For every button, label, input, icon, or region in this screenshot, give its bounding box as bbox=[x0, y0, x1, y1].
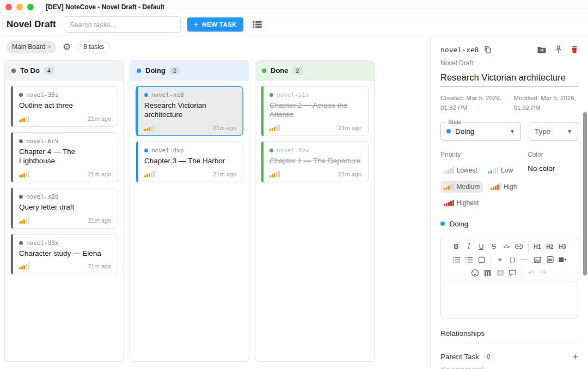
column-body: novel-xe8Research Victorian architecture… bbox=[130, 81, 249, 361]
card-id: novel-6c9 bbox=[26, 138, 59, 145]
priority-button-lowest[interactable]: Lowest bbox=[440, 164, 481, 176]
task-card[interactable]: novel-4vwChapter 1 — The Departure21m ag… bbox=[261, 142, 369, 182]
link-icon[interactable] bbox=[513, 241, 525, 253]
task-card[interactable]: novel-xe8Research Victorian architecture… bbox=[136, 86, 243, 136]
copy-id-button[interactable] bbox=[483, 45, 492, 54]
board-settings-button[interactable]: ⚙ bbox=[63, 42, 71, 52]
description-editor-content[interactable] bbox=[441, 282, 578, 318]
pdf-icon[interactable]: PDF bbox=[544, 254, 556, 266]
main-content: Main Board ▾ ⚙ 8 tasks To Do4novel-35sOu… bbox=[0, 35, 588, 369]
task-count-badge: 8 tasks bbox=[77, 41, 110, 53]
quote-icon[interactable]: ” bbox=[494, 254, 506, 266]
code-icon[interactable]: <> bbox=[500, 241, 513, 253]
priority-label: Priority bbox=[440, 151, 528, 158]
strikethrough-icon[interactable]: S bbox=[488, 241, 500, 253]
card-id: novel-s2q bbox=[26, 193, 59, 200]
task-list-icon[interactable] bbox=[475, 254, 488, 266]
type-select-value: Type bbox=[535, 127, 550, 136]
h1-button[interactable]: H1 bbox=[531, 241, 544, 253]
priority-button-low[interactable]: Low bbox=[485, 164, 517, 176]
close-button[interactable] bbox=[5, 4, 12, 10]
emoji-icon[interactable] bbox=[469, 267, 481, 279]
column-body: novel-35sOutline act three21m agonovel-6… bbox=[5, 81, 124, 361]
card-title: Outline act three bbox=[19, 101, 111, 110]
column-count-badge: 4 bbox=[44, 67, 54, 75]
priority-signal-icon bbox=[19, 263, 29, 269]
app-header: Novel Draft + NEW TASK bbox=[0, 14, 588, 35]
priority-button-medium[interactable]: Medium bbox=[440, 181, 483, 193]
video-icon[interactable] bbox=[556, 254, 569, 266]
column-header: Doing2 bbox=[130, 61, 249, 81]
card-title: Chapter 4 — The Lighthouse bbox=[19, 147, 111, 166]
gear-icon: ⚙ bbox=[63, 42, 71, 52]
card-id: novel-4vw bbox=[277, 147, 309, 154]
priority-signal-icon bbox=[270, 125, 280, 131]
delete-task-button[interactable] bbox=[571, 45, 578, 54]
state-select-label: State bbox=[446, 119, 464, 125]
card-footer: 21m ago bbox=[19, 171, 111, 177]
task-title-input[interactable]: Research Victorian architecture bbox=[440, 72, 578, 87]
priority-signal-icon bbox=[444, 167, 454, 174]
color-value[interactable]: No color bbox=[528, 164, 578, 173]
card-timestamp: 21m ago bbox=[88, 171, 111, 177]
priority-signal-icon bbox=[444, 200, 454, 206]
zoom-button[interactable] bbox=[27, 4, 34, 10]
editor-toolbar: BIUS<>H1H2H3”{ }—PDF↶↷ bbox=[441, 237, 578, 282]
priority-button-label: Lowest bbox=[457, 167, 477, 174]
move-task-button[interactable] bbox=[537, 46, 547, 54]
toolbar-divider bbox=[491, 255, 491, 265]
board-selector[interactable]: Main Board ▾ bbox=[7, 41, 56, 53]
toolbar-divider bbox=[528, 242, 529, 251]
comment-icon[interactable] bbox=[506, 267, 519, 279]
type-select[interactable]: Type ▼ bbox=[529, 122, 578, 141]
state-dot bbox=[446, 129, 451, 133]
new-task-button[interactable]: + NEW TASK bbox=[187, 17, 243, 32]
image-icon[interactable] bbox=[531, 254, 544, 266]
column-header: Done2 bbox=[255, 61, 374, 81]
underline-icon[interactable]: U bbox=[475, 241, 488, 253]
h2-button[interactable]: H2 bbox=[544, 241, 556, 253]
bullet-list-icon[interactable] bbox=[450, 254, 463, 266]
board-selector-label: Main Board bbox=[12, 43, 45, 51]
minimize-button[interactable] bbox=[16, 4, 23, 10]
task-card[interactable]: novel-6c9Chapter 4 — The Lighthouse21m a… bbox=[10, 132, 118, 182]
state-select[interactable]: State Doing ▼ bbox=[440, 122, 521, 141]
add-parent-task-button[interactable]: + bbox=[572, 352, 578, 362]
card-title: Character study — Elena bbox=[19, 249, 111, 259]
ordered-list-icon[interactable] bbox=[463, 254, 475, 266]
toolbar-divider bbox=[522, 268, 522, 278]
card-id: novel-93x bbox=[26, 239, 59, 247]
task-card[interactable]: novel-93xCharacter study — Elena21m ago bbox=[10, 234, 118, 275]
kanban-column-done: Done2novel-s1sChapter 2 — Across the Atl… bbox=[255, 60, 375, 362]
table-icon[interactable] bbox=[481, 267, 494, 279]
card-footer: 21m ago bbox=[144, 125, 236, 131]
card-timestamp: 21m ago bbox=[338, 125, 362, 131]
color-label: Color bbox=[528, 151, 578, 158]
relationships-heading: Relationships bbox=[440, 329, 578, 343]
search-input[interactable] bbox=[64, 16, 181, 33]
priority-button-highest[interactable]: Highest bbox=[440, 197, 482, 209]
pin-task-button[interactable] bbox=[555, 45, 562, 54]
bold-icon[interactable]: B bbox=[450, 241, 463, 253]
card-id: novel-xe8 bbox=[151, 91, 184, 99]
h3-button[interactable]: H3 bbox=[556, 241, 569, 253]
card-state-dot bbox=[19, 139, 23, 143]
task-card[interactable]: novel-dxpChapter 3 — The Harbor21m ago bbox=[136, 142, 243, 182]
italic-icon[interactable]: I bbox=[463, 241, 475, 253]
list-view-toggle-button[interactable] bbox=[252, 20, 262, 29]
task-card[interactable]: novel-35sOutline act three21m ago bbox=[10, 86, 118, 127]
task-id: novel-xe8 bbox=[440, 46, 479, 54]
window-title: [DEV] NoteCove - Novel Draft - Default bbox=[46, 3, 164, 11]
priority-signal-icon bbox=[19, 217, 29, 224]
code-block-icon[interactable]: { } bbox=[506, 254, 519, 266]
task-card[interactable]: novel-s2qQuery letter draft21m ago bbox=[10, 188, 118, 229]
priority-signal-icon bbox=[19, 115, 29, 122]
column-state-dot bbox=[11, 69, 16, 73]
card-state-dot bbox=[270, 93, 273, 97]
task-card[interactable]: novel-s1sChapter 2 — Across the Atlantic… bbox=[261, 86, 369, 136]
priority-button-high[interactable]: High bbox=[487, 181, 520, 193]
titlebar: [DEV] NoteCove - Novel Draft - Default bbox=[0, 0, 588, 14]
detail-scrollbar[interactable] bbox=[583, 112, 587, 275]
card-footer: 21m ago bbox=[270, 171, 362, 177]
hr-icon[interactable]: — bbox=[519, 254, 531, 266]
